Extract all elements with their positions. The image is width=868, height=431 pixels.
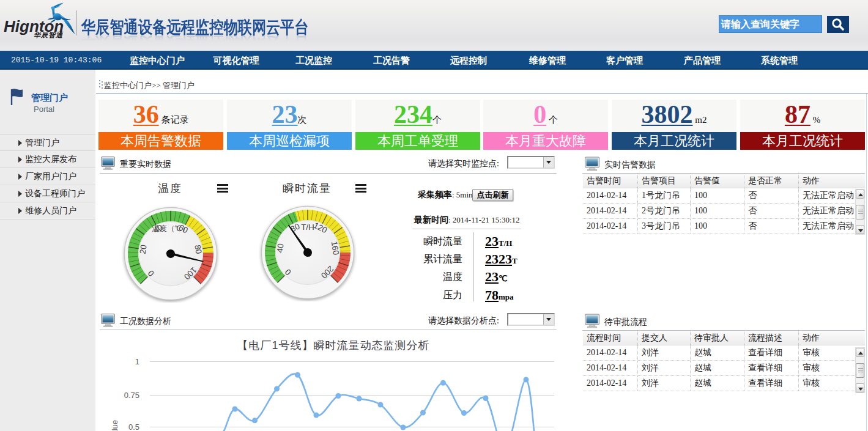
svg-text:T/H: T/H (301, 223, 314, 232)
svg-text:温度（℃）: 温度（℃） (152, 224, 190, 233)
svg-text:40: 40 (275, 243, 286, 253)
svg-text:20: 20 (138, 244, 149, 254)
svg-text:80: 80 (193, 244, 203, 254)
